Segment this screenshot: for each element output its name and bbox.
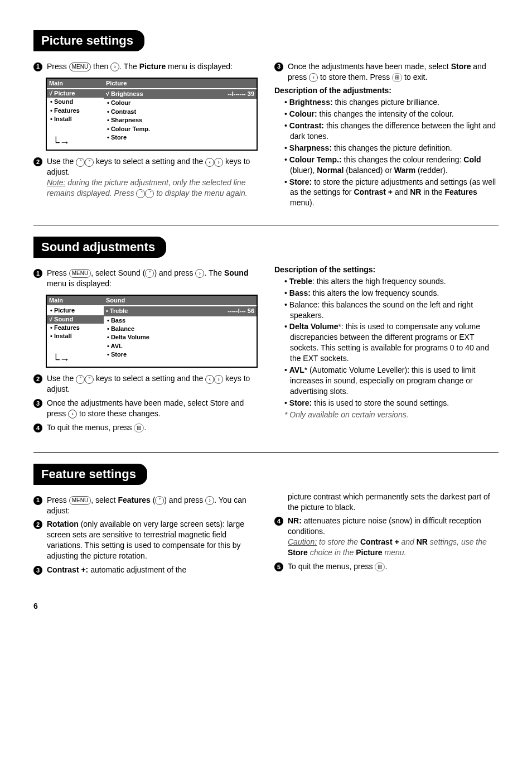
step-4-badge: 4 [33, 424, 42, 432]
sound-step-3: Once the adjustments have been made, sel… [47, 398, 258, 419]
step-3-badge: 3 [33, 566, 42, 575]
step-5-badge: 5 [274, 562, 283, 571]
sound-footnote: * Only available on certain versions. [274, 410, 499, 420]
picture-heading: Picture settings [33, 30, 144, 51]
feature-step-2: Rotation (only available on very large s… [47, 519, 258, 561]
right-key-icon: › [309, 73, 318, 82]
down-key-icon: ˅ [155, 496, 164, 505]
feature-step-4: NR: attenuates picture noise (snow) in d… [288, 516, 499, 558]
sound-menu-diagram: Main • Picture √ Sound • Features • Inst… [46, 295, 258, 368]
picture-desc-title: Description of the adjustments: [274, 85, 499, 96]
right-key-icon: › [195, 269, 204, 278]
picture-menu-diagram: Main √ Picture • Sound • Features • Inst… [46, 78, 258, 151]
sound-desc-title: Description of the settings: [274, 264, 499, 275]
step-1-badge: 1 [33, 62, 42, 71]
exit-key-icon: ⊞ [375, 562, 385, 571]
exit-key-icon: ⊞ [392, 73, 402, 82]
sound-step-2: Use the ˄˅ keys to select a setting and … [47, 373, 258, 395]
feature-step-3-cont: picture contrast which permanently sets … [274, 492, 499, 513]
step-2-badge: 2 [33, 157, 42, 166]
menu-key-icon: MENU [69, 269, 91, 278]
sound-heading: Sound adjustments [33, 237, 166, 258]
picture-step-3: Once the adjustments have been made, sel… [288, 61, 499, 83]
menu-key-icon: MENU [69, 62, 91, 71]
down-key-icon: ˅ [145, 269, 154, 278]
right-key-icon: › [110, 62, 119, 71]
step-2-badge: 2 [33, 374, 42, 383]
feature-step-5: To quit the menus, press ⊞. [288, 561, 499, 572]
picture-step-2: Use the ˄˅ keys to select a setting and … [47, 156, 258, 199]
picture-desc-list: • Brightness: this changes picture brill… [274, 97, 499, 208]
right-key-icon: › [214, 158, 223, 167]
exit-key-icon: ⊞ [134, 424, 144, 432]
step-3-badge: 3 [274, 62, 283, 71]
left-key-icon: ‹ [205, 158, 214, 167]
feature-step-1: Press MENU, select Features (˅) and pres… [47, 495, 258, 516]
menu-main-title: Main [47, 79, 104, 88]
step-3-badge: 3 [33, 399, 42, 408]
right-key-icon: › [68, 410, 77, 419]
step-1-badge: 1 [33, 269, 42, 278]
sound-step-1: Press MENU, select Sound (˅) and press ›… [47, 268, 258, 289]
step-2-badge: 2 [33, 520, 42, 529]
picture-step-1: Press MENU then ›. The Picture menu is d… [47, 61, 258, 72]
feature-heading: Feature settings [33, 464, 147, 485]
right-key-icon: › [205, 496, 214, 505]
sound-desc-list: • Treble: this alters the high frequency… [274, 276, 499, 408]
menu-key-icon: MENU [69, 496, 91, 505]
step-1-badge: 1 [33, 496, 42, 505]
menu-detail-title: Picture [104, 79, 257, 88]
down-key-icon: ˅ [85, 158, 94, 167]
page-number: 6 [33, 601, 499, 612]
step-4-badge: 4 [274, 517, 283, 526]
up-key-icon: ˄ [76, 158, 85, 167]
sound-step-4: To quit the menus, press ⊞. [47, 422, 258, 433]
feature-step-3: Contrast +: automatic adjustment of the [47, 565, 258, 575]
menu-arrow-icon: └→ [52, 137, 70, 147]
menu-arrow-icon: └→ [52, 354, 70, 364]
